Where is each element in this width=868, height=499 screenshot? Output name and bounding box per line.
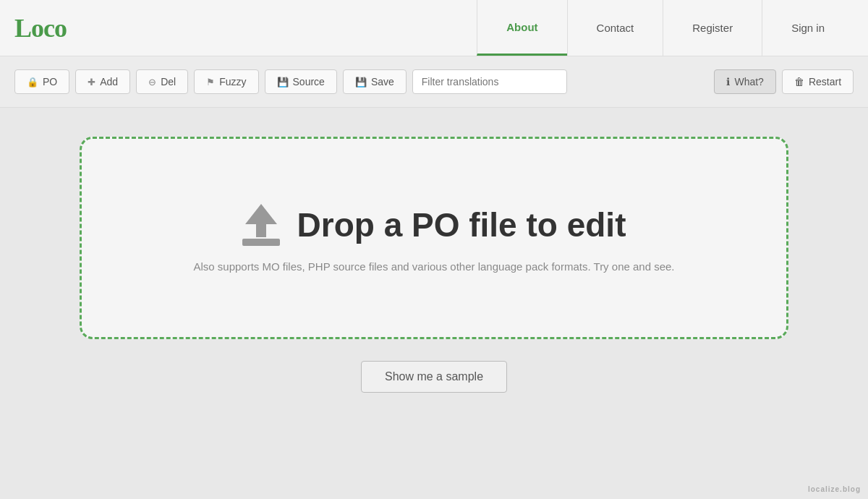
drop-zone[interactable]: Drop a PO file to edit Also supports MO …: [80, 137, 788, 339]
po-button[interactable]: 🔒 PO: [14, 69, 69, 94]
logo-text: Loco: [14, 14, 67, 43]
navigation: About Contact Register Sign in: [477, 0, 854, 56]
drop-title: Drop a PO file to edit: [297, 205, 626, 244]
nav-about[interactable]: About: [477, 0, 566, 56]
upload-arrow: [245, 204, 277, 224]
save-button[interactable]: 💾 Save: [343, 69, 407, 94]
add-button[interactable]: ✚ Add: [75, 69, 130, 94]
show-sample-button[interactable]: Show me a sample: [361, 361, 507, 393]
flag-icon: ⚑: [206, 77, 215, 88]
upload-shaft: [256, 224, 266, 237]
del-button[interactable]: ⊖ Del: [136, 69, 188, 94]
nav-signin[interactable]: Sign in: [762, 0, 854, 56]
watermark: localize.blog: [808, 485, 861, 493]
what-button[interactable]: ℹ What?: [714, 69, 775, 94]
nav-contact[interactable]: Contact: [567, 0, 663, 56]
restart-button[interactable]: 🗑 Restart: [782, 69, 854, 94]
logo: Loco: [14, 13, 67, 43]
drop-content: Drop a PO file to edit: [242, 204, 626, 246]
minus-icon: ⊖: [148, 77, 156, 88]
drop-subtitle: Also supports MO files, PHP source files…: [193, 260, 674, 273]
main-content: Drop a PO file to edit Also supports MO …: [0, 108, 868, 422]
fuzzy-button[interactable]: ⚑ Fuzzy: [194, 69, 258, 94]
toolbar: 🔒 PO ✚ Add ⊖ Del ⚑ Fuzzy 💾 Source 💾 Save…: [0, 56, 868, 108]
upload-base: [242, 239, 280, 246]
source-button[interactable]: 💾 Source: [265, 69, 337, 94]
nav-register[interactable]: Register: [663, 0, 762, 56]
source-icon: 💾: [277, 77, 289, 88]
save-icon: 💾: [355, 77, 367, 88]
header: Loco About Contact Register Sign in: [0, 0, 868, 56]
upload-icon: [242, 204, 280, 246]
info-icon: ℹ: [726, 76, 730, 88]
trash-icon: 🗑: [794, 76, 804, 88]
plus-icon: ✚: [88, 77, 95, 88]
filter-input[interactable]: [412, 69, 567, 94]
lock-icon: 🔒: [27, 77, 38, 88]
